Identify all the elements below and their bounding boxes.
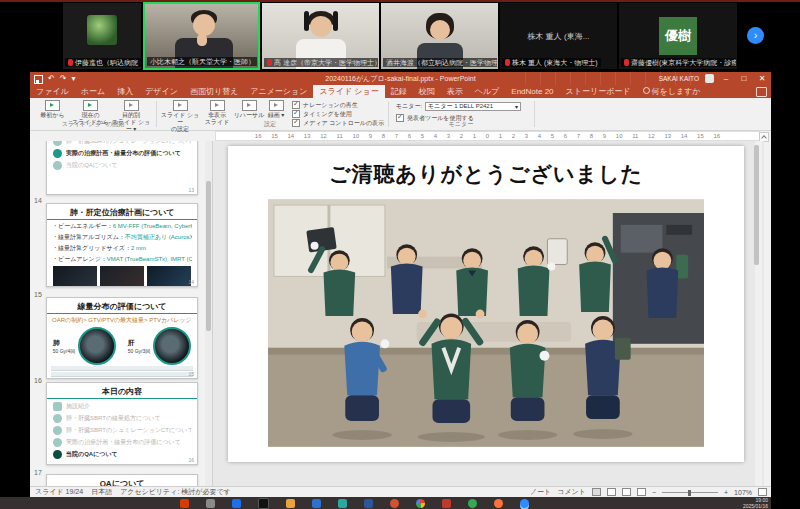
taskbar-app-icon[interactable] [468, 499, 477, 508]
tab-help[interactable]: ヘルプ [469, 85, 506, 98]
setup-show-icon [173, 100, 188, 111]
zoom-out-button[interactable]: − [652, 489, 656, 496]
taskbar-app-icon[interactable] [180, 499, 189, 508]
video-tile-participant-6[interactable]: 優樹 齋藤優樹(東京科学大学病院・診療放射線... [619, 3, 737, 69]
bullet-value: 2 mm [131, 245, 146, 251]
tab-record[interactable]: 記録 [385, 85, 413, 98]
thumbnail-slide-13[interactable]: 肺・肝臓SBRTの線量処方について 肺・肝臓SBRTのシュミレーションCTについ… [46, 141, 198, 195]
tab-home[interactable]: ホーム [75, 85, 111, 98]
editor-scrollbar[interactable] [755, 141, 762, 486]
restore-button[interactable]: □ [738, 72, 750, 85]
mic-muted-icon [505, 59, 510, 66]
agenda-icon [53, 414, 62, 423]
editor-scrollbar-thumb[interactable] [754, 145, 759, 265]
bullet-label: ・ビームエネルギー： [52, 223, 113, 229]
zoom-slider[interactable] [662, 492, 718, 493]
group-photo[interactable] [268, 198, 704, 448]
timings-checkbox-row[interactable]: タイミングを使用 [292, 110, 352, 118]
participant-name-text: 酒井海渡（都立駒込病院・医学物理士） [386, 58, 497, 67]
tab-endnote[interactable]: EndNote 20 [505, 85, 559, 98]
ribbon: 最初から 現在の スライドから 目的別 スライド ショー ▾ スライド ショーの… [30, 98, 771, 131]
participant-name-text: 伊藤進也（駒込病院・医学物理士） [75, 58, 141, 67]
panel-scrollbar[interactable] [205, 141, 212, 486]
organ-label: 肝 [128, 338, 151, 348]
taskbar-powerpoint-icon[interactable] [390, 499, 399, 508]
zoom-percentage[interactable]: 107% [734, 489, 752, 496]
agenda-icon [53, 438, 62, 447]
taskbar-app-icon[interactable] [206, 499, 215, 508]
video-tile-participant-3[interactable]: 高 達彦（帝京大学・医学物理士） [262, 3, 379, 69]
slide-canvas[interactable]: ご清聴ありがとうございました [228, 146, 744, 462]
screen: 伊藤進也（駒込病院・医学物理士） 小比木範之（順天堂大学・医師） 高 達彦（帝京… [0, 0, 800, 509]
taskbar-app-icon[interactable] [312, 499, 321, 508]
narration-checkbox-row[interactable]: ナレーションの再生 [292, 101, 358, 109]
checkbox-checked-icon[interactable] [292, 110, 300, 118]
taskbar-zoom-icon[interactable] [520, 499, 529, 508]
agenda-icon [53, 161, 62, 170]
reading-view-icon[interactable] [622, 488, 631, 496]
notes-button[interactable]: ノート [530, 487, 551, 497]
monitor-dropdown[interactable]: モニター 1 DELL P2421 ▾ [425, 102, 521, 111]
language-indicator[interactable]: 日本語 [91, 487, 112, 497]
rehearse-timings-button[interactable]: リハーサル [233, 100, 265, 119]
next-participants-button[interactable]: › [747, 27, 764, 44]
rehearse-icon [242, 100, 257, 111]
tab-file[interactable]: ファイル [30, 85, 75, 98]
checkbox-checked-icon[interactable] [292, 101, 300, 109]
account-avatar[interactable] [705, 74, 714, 83]
from-beginning-button[interactable]: 最初から [34, 100, 71, 119]
normal-view-icon[interactable] [592, 488, 601, 496]
share-icon[interactable] [756, 87, 767, 97]
video-tile-participant-5[interactable]: 株木 重人 (東海... 株木 重人 (東海大・物理士) [500, 3, 617, 69]
play-from-start-icon [45, 100, 60, 111]
panel-scrollbar-thumb[interactable] [206, 181, 211, 331]
tab-animations[interactable]: アニメーション [244, 85, 313, 98]
thumbnail-slide-17[interactable]: QAについて ITV法VMAT [46, 474, 198, 486]
tab-design[interactable]: デザイン [139, 85, 184, 98]
thumbnail-number: 14 [34, 197, 42, 204]
thumbnail-slide-15[interactable]: 線量分布の評価について OARの制約> GTV/PTVの最大線量> PTVカバレ… [46, 297, 198, 379]
slide-sorter-view-icon[interactable] [607, 488, 616, 496]
taskbar-chrome-icon[interactable] [416, 499, 425, 508]
taskbar-app-icon[interactable] [442, 499, 451, 508]
thumbnail-slide-14[interactable]: 肺・肝定位治療計画について ・ビームエネルギー：6 MV-FFF (TrueBe… [46, 203, 198, 287]
taskbar-app-icon[interactable] [258, 498, 269, 509]
zoom-in-button[interactable]: + [724, 489, 728, 496]
video-tile-participant-4[interactable]: 酒井海渡（都立駒込病院・医学物理士） [381, 3, 498, 69]
tab-storyboard[interactable]: ストーリーボード [560, 85, 637, 98]
close-button[interactable]: ✕ [756, 72, 768, 85]
video-tile-active-speaker[interactable]: 小比木範之（順天堂大学・医師） [143, 2, 260, 70]
tab-transitions[interactable]: 画面切り替え [184, 85, 244, 98]
comments-button[interactable]: コメント [557, 487, 586, 497]
taskbar-firefox-icon[interactable] [494, 499, 503, 508]
taskbar-app-icon[interactable] [232, 499, 241, 508]
slide-page-number: 15 [188, 371, 194, 377]
taskbar-app-icon[interactable] [364, 499, 373, 508]
record-button[interactable]: 録画 ▾ [264, 100, 288, 119]
taskbar-folder-icon[interactable] [286, 499, 295, 508]
tab-slideshow-selected[interactable]: スライド ショー [313, 85, 384, 98]
thumbnail-slide-16[interactable]: 本日の内容 施設紹介 肺・肝臓SBRTの線量処方について 肺・肝臓SBRTのシュ… [46, 382, 198, 465]
tab-view[interactable]: 表示 [441, 85, 469, 98]
dose-label: 50 Gy/4回 [53, 348, 76, 354]
tab-insert[interactable]: 挿入 [111, 85, 139, 98]
taskbar-clock[interactable]: 19:00 2025/01/16 [708, 498, 768, 509]
thumbnail-slide-title: 肺・肝定位治療計画について [47, 207, 197, 220]
tab-review[interactable]: 校閲 [413, 85, 441, 98]
video-tile-participant-1[interactable]: 伊藤進也（駒込病院・医学物理士） [63, 3, 141, 69]
agenda-item-active: 当院のQAについて [66, 450, 118, 459]
monitor-select-row: モニター: モニター 1 DELL P2421 ▾ [396, 102, 521, 110]
slideshow-view-icon[interactable] [637, 488, 646, 496]
mic-muted-icon [68, 59, 73, 66]
accessibility-status[interactable]: アクセシビリティ: 検討が必要です [120, 487, 231, 497]
lung-ct-image [78, 327, 116, 365]
tab-tell-me[interactable]: 何をしますか [637, 85, 707, 98]
ct-image [53, 266, 97, 287]
minimize-button[interactable]: – [720, 72, 732, 85]
horizontal-ruler: 16 15 14 13 12 11 10 9 8 7 6 5 4 3 2 1 0… [215, 131, 760, 141]
taskbar-app-icon[interactable] [338, 499, 347, 508]
slide-title-text[interactable]: ご清聴ありがとうございました [228, 160, 744, 188]
fit-to-window-icon[interactable] [758, 488, 767, 496]
zoom-slider-thumb[interactable] [688, 490, 691, 496]
agenda-item: 実際の治療計画・線量分布の評価について [66, 438, 181, 447]
